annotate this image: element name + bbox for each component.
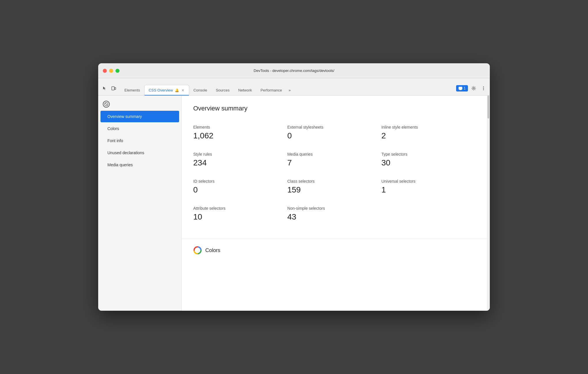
stat-class-value: 159 [287,185,376,194]
stat-id-value: 0 [193,185,282,194]
maximize-button[interactable] [115,69,120,73]
stat-non-simple-value: 43 [287,212,376,222]
stat-media-queries-label: Media queries [287,152,376,157]
stat-inline-label: Inline style elements [381,125,470,129]
stat-type-selectors: Type selectors 30 [381,148,475,171]
stat-media-queries-value: 7 [287,158,376,167]
sidebar-item-font-info[interactable]: Font info [100,135,179,146]
stat-attribute-label: Attribute selectors [193,206,282,211]
stat-external-value: 0 [287,131,376,140]
tab-css-overview[interactable]: CSS Overview 🔔 ✕ [144,85,189,95]
title-bar: DevTools - developer.chrome.com/tags/dev… [98,63,490,78]
sidebar-item-overview-summary[interactable]: Overview summary [100,111,179,122]
svg-point-6 [483,89,484,90]
window-controls [103,69,120,73]
tab-console[interactable]: Console [189,85,212,95]
stats-row-4: Attribute selectors 10 Non-simple select… [193,203,478,225]
stat-type-selectors-label: Type selectors [381,152,470,157]
colors-ring-icon [193,246,202,255]
svg-point-4 [483,87,484,87]
stat-style-rules: Style rules 234 [193,148,287,171]
tab-performance[interactable]: Performance [256,85,286,95]
stat-universal-selectors: Universal selectors 1 [381,175,475,198]
settings-icon[interactable] [470,84,478,92]
stat-attribute-value: 10 [193,212,282,222]
stats-row-1: Elements 1,062 External stylesheets 0 In… [193,121,478,144]
page-title: Overview summary [193,105,478,112]
content-inner: Overview summary Elements 1,062 External… [182,96,490,239]
block-icon [103,101,110,108]
stat-style-rules-label: Style rules [193,152,282,157]
stat-elements: Elements 1,062 [193,121,287,144]
stat-style-rules-value: 234 [193,158,282,167]
colors-section: Colors [182,239,490,262]
cursor-icon[interactable] [100,84,109,92]
stat-type-selectors-value: 30 [381,158,470,167]
stat-id-selectors: ID selectors 0 [193,175,287,198]
stat-elements-value: 1,062 [193,131,282,140]
stat-external-label: External stylesheets [287,125,376,129]
toolbar-right: 1 [456,84,488,95]
tab-close-button[interactable]: ✕ [181,88,185,93]
device-icon[interactable] [110,84,118,92]
sidebar-item-unused-declarations[interactable]: Unused declarations [100,147,179,159]
more-options-icon[interactable] [479,84,488,92]
tab-bar: Elements CSS Overview 🔔 ✕ Console Source… [98,78,490,96]
notifications-button[interactable]: 1 [456,85,468,91]
sidebar-item-media-queries[interactable]: Media queries [100,159,179,171]
stat-class-label: Class selectors [287,179,376,184]
stat-id-label: ID selectors [193,179,282,184]
stat-elements-label: Elements [193,125,282,129]
svg-point-5 [483,88,484,89]
stat-universal-label: Universal selectors [381,179,470,184]
minimize-button[interactable] [109,69,113,73]
content-panel: Overview summary Elements 1,062 External… [182,96,490,311]
sidebar-header [98,98,181,110]
stat-attribute-selectors: Attribute selectors 10 [193,203,287,225]
stats-row-2: Style rules 234 Media queries 7 Type sel… [193,148,478,171]
colors-title: Colors [205,247,220,253]
colors-header: Colors [193,246,478,255]
scrollbar-thumb[interactable] [488,96,489,119]
tab-sources[interactable]: Sources [211,85,234,95]
stat-non-simple-selectors: Non-simple selectors 43 [287,203,382,225]
stat-inline-style: Inline style elements 2 [381,121,475,144]
tab-warning-icon: 🔔 [175,88,179,92]
close-button[interactable] [103,69,107,73]
stats-row-3: ID selectors 0 Class selectors 159 Unive… [193,175,478,198]
sidebar: Overview summary Colors Font info Unused… [98,96,182,311]
stat-external-stylesheets: External stylesheets 0 [287,121,382,144]
stat-media-queries: Media queries 7 [287,148,382,171]
more-tabs-button[interactable]: » [286,85,293,95]
svg-point-3 [473,88,475,89]
devtools-window: DevTools - developer.chrome.com/tags/dev… [98,63,490,311]
stats-section: Elements 1,062 External stylesheets 0 In… [193,121,478,225]
scrollbar-track[interactable] [487,96,490,311]
svg-rect-1 [115,87,116,89]
toolbar-left [100,84,118,95]
stat-empty [381,203,475,225]
main-content: Overview summary Colors Font info Unused… [98,96,490,311]
stat-class-selectors: Class selectors 159 [287,175,382,198]
svg-rect-0 [112,87,114,90]
tab-elements[interactable]: Elements [120,85,144,95]
tab-network[interactable]: Network [234,85,256,95]
stat-non-simple-label: Non-simple selectors [287,206,376,211]
stat-universal-value: 1 [381,185,470,194]
stat-inline-value: 2 [381,131,470,140]
window-title: DevTools - developer.chrome.com/tags/dev… [254,68,334,73]
svg-line-8 [105,103,108,106]
sidebar-item-colors[interactable]: Colors [100,123,179,134]
